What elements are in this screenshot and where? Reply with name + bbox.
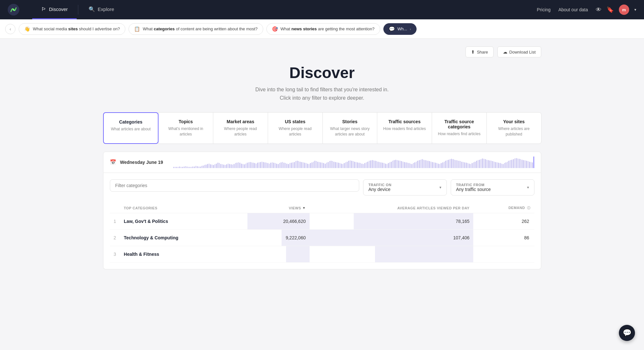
chart-bar [450, 159, 451, 168]
chart-bar [244, 164, 245, 168]
chart-bar [491, 161, 492, 168]
table-row[interactable]: 1 Law, Gov't & Politics 20,466,620 78,16… [110, 213, 534, 230]
pill-text-0: What social media sites should I adverti… [33, 26, 120, 31]
chart-bar [533, 156, 534, 168]
filter-tab-us-states[interactable]: US states Where people read articles [268, 112, 323, 144]
filter-tab-your-sites[interactable]: Your sites Where articles are published [486, 112, 542, 144]
chart-bar [282, 162, 283, 168]
chart-bar [385, 164, 386, 168]
chart-bar [247, 163, 248, 168]
chart-bar [178, 167, 179, 168]
chart-bar [316, 161, 317, 168]
chart-bar [198, 166, 199, 168]
chart-bar [522, 160, 523, 168]
chart-bar [498, 163, 499, 168]
chart-bar [267, 163, 268, 168]
chart-bar [419, 160, 420, 168]
chart-bar [201, 166, 202, 168]
row-num-0: 1 [110, 213, 120, 230]
chart-bar [251, 162, 252, 168]
about-link[interactable]: About our data [558, 7, 588, 12]
col-views[interactable]: VIEWS ▼ [247, 203, 310, 213]
chevron-down-icon[interactable]: ▾ [634, 7, 636, 12]
chart-bar [236, 163, 237, 168]
top-actions: ⬆ Share ☁ Download List [103, 46, 541, 57]
chart-bar [511, 160, 512, 168]
logo[interactable] [8, 4, 19, 15]
suggestion-pill-2[interactable]: 🎯 What news stories are getting the most… [266, 23, 380, 35]
filter-tab-title-3: US states [273, 119, 317, 124]
chart-bar [376, 161, 377, 168]
filters-row: TRAFFIC ON Any device ▾ TRAFFIC FROM Any… [110, 179, 534, 195]
traffic-on-select[interactable]: TRAFFIC ON Any device ▾ [363, 179, 447, 195]
chart-bar [395, 160, 396, 168]
chart-bar [451, 159, 452, 168]
nav-right: Pricing About our data 👁 🔖 m ▾ [537, 5, 636, 15]
chart-bar [281, 162, 282, 168]
page-subtitle-2: Click into any filter to explore deeper. [103, 94, 541, 102]
table-row[interactable]: 2 Technology & Computing 9,222,060 107,4… [110, 230, 534, 246]
chart-bar [229, 164, 230, 168]
chart-bar [335, 162, 336, 168]
chart-bar [434, 162, 435, 168]
filter-tab-categories[interactable]: Categories What articles are about [103, 112, 159, 144]
filter-tab-market-areas[interactable]: Market areas Where people read articles [213, 112, 268, 144]
chart-bar [212, 165, 213, 168]
chart-bar [200, 166, 201, 168]
row-views-2 [247, 246, 310, 263]
chart-bar [529, 162, 530, 168]
share-button[interactable]: ⬆ Share [466, 46, 494, 57]
suggestion-pill-0[interactable]: 👋 What social media sites should I adver… [19, 23, 125, 35]
chart-bar [320, 162, 321, 168]
nav-explore[interactable]: 🔍 Explore [80, 0, 123, 19]
filter-tab-title-6: Traffic source categories [437, 119, 481, 129]
chart-bar [461, 162, 462, 168]
chart-bar [220, 164, 221, 168]
chart-bar [259, 162, 260, 168]
chart-bar [513, 159, 514, 168]
filter-tab-topics[interactable]: Topics What's mentioned in articles [158, 112, 213, 144]
pill-icon-2: 🎯 [272, 26, 278, 32]
demand-info-icon[interactable]: ⓘ [527, 206, 531, 210]
filter-tab-desc-7: Where articles are published [492, 126, 536, 137]
eye-icon[interactable]: 👁 [596, 6, 601, 13]
nav-discover[interactable]: 🏳 Discover [32, 0, 77, 19]
filter-tab-traffic-source-categories[interactable]: Traffic source categories How readers fi… [432, 112, 487, 144]
suggestion-pill-1[interactable]: 📋 What categories of content are being w… [129, 23, 263, 35]
filter-tab-stories[interactable]: Stories What larger news story articles … [322, 112, 378, 144]
chart-bar [495, 162, 496, 168]
filter-categories-input[interactable] [110, 179, 359, 192]
chart-bar [294, 162, 295, 168]
filter-tab-title-0: Categories [109, 119, 153, 125]
filter-tab-traffic-sources[interactable]: Traffic sources How readers find article… [377, 112, 432, 144]
main-content: ⬆ Share ☁ Download List Discover Dive in… [90, 39, 554, 277]
chart-bar [464, 162, 465, 168]
filter-tab-desc-2: Where people read articles [218, 126, 263, 137]
bookmark-icon[interactable]: 🔖 [607, 6, 614, 13]
row-num-1: 2 [110, 230, 120, 246]
chart-bar [438, 164, 439, 168]
traffic-on-value: Any device [369, 187, 392, 192]
row-name-2: Health & Fitness [120, 246, 247, 263]
chart-bar [196, 166, 197, 168]
pill-text-2: What news stories are getting the most a… [281, 26, 375, 31]
table-row[interactable]: 3 Health & Fitness [110, 246, 534, 263]
back-button[interactable]: ‹ [5, 24, 15, 34]
chart-bar [176, 167, 177, 168]
chart-bar [407, 163, 408, 168]
chart-bar [472, 163, 473, 168]
chart-bar [525, 160, 526, 168]
chart-bar [250, 162, 251, 168]
traffic-from-inner: TRAFFIC FROM Any traffic source [456, 183, 491, 192]
download-button[interactable]: ☁ Download List [497, 46, 541, 57]
chart-bar [429, 161, 430, 168]
avatar[interactable]: m [619, 5, 629, 15]
chart-bar [313, 162, 314, 168]
traffic-from-select[interactable]: TRAFFIC FROM Any traffic source ▾ [451, 179, 534, 195]
chart-bar [489, 160, 490, 168]
chart-bar [369, 161, 370, 168]
chart-bar [469, 164, 470, 168]
chart-bar [400, 161, 401, 168]
pricing-link[interactable]: Pricing [537, 7, 551, 12]
suggestion-pill-3[interactable]: 💬 Wh... › [383, 23, 417, 35]
